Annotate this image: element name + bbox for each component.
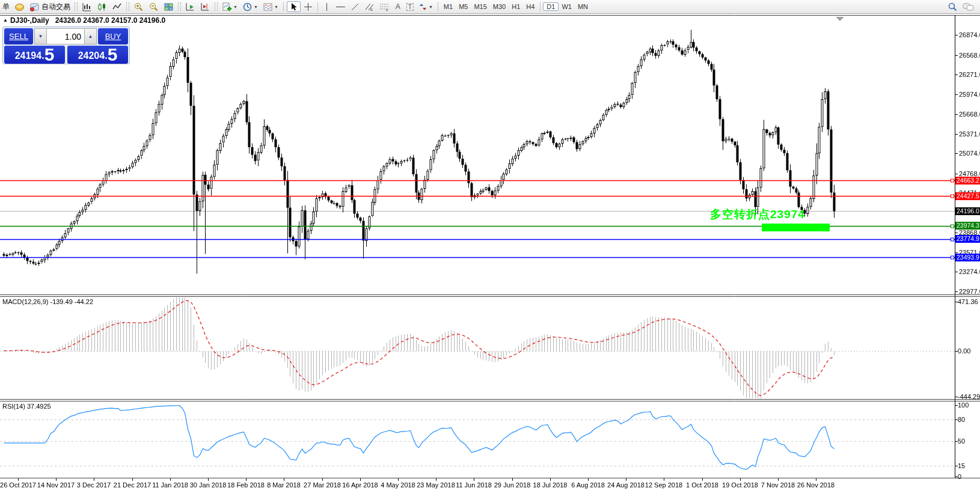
periods-button[interactable]: ▼: [240, 1, 260, 12]
level-price-tag: 23774.9: [955, 235, 980, 243]
price-axis-tick: 25668.0: [959, 111, 980, 118]
crosshair-icon: [304, 2, 313, 11]
text-label-tool[interactable]: T: [405, 1, 415, 12]
date-axis-label: 27 Mar 2018: [304, 481, 341, 489]
autotrading-icon: [29, 2, 40, 12]
timeframe-m1[interactable]: M1: [441, 3, 456, 10]
pivot-annotation-text[interactable]: 多空转折点23974: [710, 207, 805, 222]
price-axis-tick: 25974.0: [959, 91, 980, 98]
price-axis-tick: 25371.0: [959, 130, 980, 138]
buy-price-int: 24204: [78, 49, 105, 63]
sell-price-frac: 5: [44, 46, 55, 63]
zoom-in-icon[interactable]: [132, 1, 145, 12]
date-axis-label: 4 May 2018: [381, 481, 415, 489]
autotrading-button[interactable]: 自动交易: [28, 1, 72, 12]
level-price-tag: 23974.3: [955, 222, 980, 230]
arrows-tool[interactable]: ▼: [417, 1, 435, 12]
vertical-line-tool[interactable]: [321, 1, 332, 12]
price-axis-tick: 26874.0: [959, 31, 980, 38]
zoom-out-icon[interactable]: [147, 1, 161, 12]
price-axis-tick: 26271.0: [959, 71, 980, 78]
sell-price[interactable]: 24194.5: [4, 46, 65, 64]
fibonacci-tool[interactable]: F: [378, 1, 391, 12]
price-axis-tick: 22977.0: [959, 288, 980, 295]
bar-chart-type-icon[interactable]: [80, 1, 94, 12]
line-chart-type-icon[interactable]: [110, 1, 124, 12]
chevron-down-icon: ▼: [274, 5, 278, 9]
chart-shift-icon[interactable]: [198, 1, 212, 12]
search-icon[interactable]: [946, 1, 960, 12]
bid-price-tag: 24196.0: [955, 207, 980, 215]
indicators-button[interactable]: ▼: [220, 1, 239, 12]
date-axis-label: 1 Oct 2018: [686, 481, 718, 489]
date-axis-label: 29 Jun 2018: [494, 481, 531, 489]
chevron-down-icon: ▼: [233, 5, 237, 9]
top-toolbar: 单 自动交易: [0, 0, 980, 14]
date-axis-label: 14 Nov 2017: [37, 481, 75, 489]
trendline-tool[interactable]: [349, 1, 361, 12]
date-axis-label: 18 Jul 2018: [533, 481, 568, 489]
cursor-icon: [289, 2, 298, 11]
buy-button[interactable]: BUY: [98, 28, 128, 44]
timeframe-mn[interactable]: MN: [575, 3, 591, 10]
date-axis-label: 24 Aug 2018: [607, 481, 645, 489]
price-axis-tick: 26568.0: [959, 52, 980, 59]
cursor-tool[interactable]: [287, 1, 301, 12]
one-click-trade-panel: SELL ▼ ▲ BUY 24194.5 24204.5: [2, 26, 130, 64]
sell-button[interactable]: SELL: [4, 28, 33, 44]
buy-price[interactable]: 24204.5: [67, 46, 128, 64]
date-axis-label: 21 Dec 2017: [114, 481, 151, 489]
indicators-icon: [222, 2, 232, 12]
coin-icon[interactable]: [13, 1, 26, 12]
date-axis-label: 8 Mar 2018: [267, 481, 301, 489]
clock-icon: [242, 2, 253, 12]
timeframe-w1[interactable]: W1: [559, 3, 575, 10]
volume-increase-button[interactable]: ▲: [84, 28, 97, 44]
rsi-axis-tick: 0: [958, 473, 961, 480]
ohlc-values: 24326.0 24367.0 24157.0 24196.0: [55, 16, 166, 25]
timeframe-h4[interactable]: H4: [523, 3, 537, 10]
chat-icon[interactable]: [961, 1, 976, 12]
crosshair-tool[interactable]: [302, 1, 314, 12]
rsi-axis-tick: 50: [958, 438, 965, 445]
volume-input[interactable]: [47, 29, 84, 44]
sell-price-int: 24194: [15, 49, 42, 63]
text-tool[interactable]: A: [393, 1, 403, 12]
candlestick-chart-type-icon[interactable]: [95, 1, 109, 12]
date-axis-label: 19 Oct 2018: [722, 481, 758, 489]
macd-axis-tick: 0.00: [958, 347, 970, 355]
volume-decrease-button[interactable]: ▼: [34, 28, 47, 44]
timeframe-m30[interactable]: M30: [490, 3, 509, 10]
timeframe-m15[interactable]: M15: [471, 3, 489, 10]
date-axis-label: 12 Sep 2018: [645, 481, 682, 489]
rsi-axis-tick: 100: [958, 401, 969, 409]
svg-text:F: F: [386, 8, 388, 11]
date-axis-label: 16 Apr 2018: [342, 481, 378, 489]
timeframe-h1[interactable]: H1: [509, 3, 523, 10]
collapse-triangle-icon[interactable]: ▲: [3, 17, 8, 23]
chart-canvas[interactable]: [0, 0, 980, 494]
chevron-down-icon: ▼: [429, 5, 433, 9]
date-axis-label: 11 Jun 2018: [456, 481, 492, 489]
level-price-tag: 24663.2: [955, 177, 980, 184]
horizontal-line-tool[interactable]: [334, 1, 348, 12]
templates-button[interactable]: ▼: [261, 1, 280, 12]
level-price-tag: 24427.5: [955, 192, 980, 200]
auto-scroll-icon[interactable]: [183, 1, 197, 12]
template-icon: [263, 2, 273, 12]
buy-price-frac: 5: [108, 46, 118, 63]
equidistant-channel-tool[interactable]: E: [363, 1, 376, 12]
rsi-axis-tick: 15: [958, 462, 965, 469]
new-order-button-clipped[interactable]: 单: [1, 1, 11, 12]
date-axis-label: 30 Jan 2018: [190, 481, 227, 489]
highlight-rectangle[interactable]: [762, 224, 830, 231]
tile-windows-icon[interactable]: [162, 1, 176, 12]
date-axis-label: 18 Feb 2018: [227, 481, 265, 489]
timeframe-d1[interactable]: D1: [543, 2, 559, 11]
date-axis-label: 26 Oct 2017: [0, 481, 36, 489]
chevron-down-icon: ▼: [254, 5, 258, 9]
timeframe-m5[interactable]: M5: [456, 3, 471, 10]
price-axis-tick: 25074.0: [959, 150, 980, 157]
level-price-tag: 23493.9: [955, 254, 980, 261]
macd-axis-tick: -444.29: [958, 393, 980, 400]
